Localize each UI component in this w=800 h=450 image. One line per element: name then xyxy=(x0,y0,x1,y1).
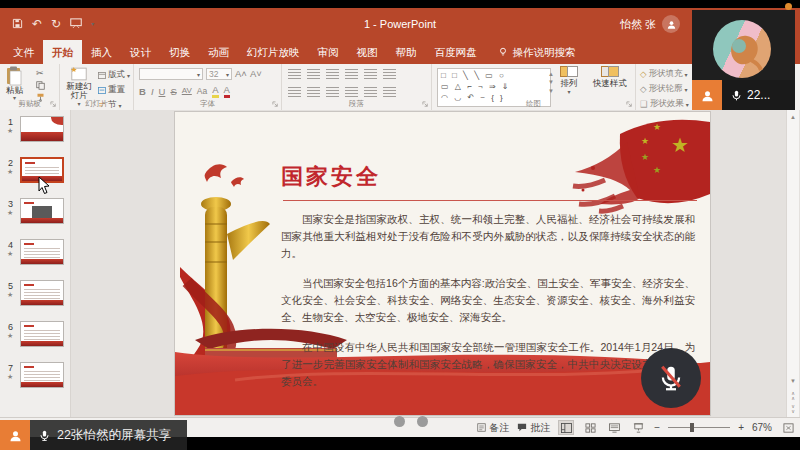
thumbnail-preview[interactable] xyxy=(20,321,64,347)
zoom-percent[interactable]: 67% xyxy=(752,422,772,433)
font-name-combo[interactable]: ▾ xyxy=(139,68,203,80)
tab-文件[interactable]: 文件 xyxy=(4,40,43,64)
underline-button[interactable]: U xyxy=(159,87,166,97)
participant-count[interactable]: 22... xyxy=(747,88,770,102)
align-center-icon[interactable] xyxy=(307,87,320,97)
account-area[interactable]: 怡然 张 xyxy=(620,8,680,40)
webcam-tile[interactable]: 22... xyxy=(692,10,795,110)
shape-effects-button[interactable]: ❑形状效果▾ xyxy=(640,98,689,110)
zoom-in-button[interactable]: + xyxy=(738,422,744,433)
paragraph-dialog-launcher[interactable] xyxy=(422,101,429,108)
bullets-icon[interactable] xyxy=(288,69,301,79)
clipboard-dialog-launcher[interactable] xyxy=(50,101,57,108)
zoom-slider[interactable] xyxy=(668,427,730,428)
quick-styles-button[interactable]: 快速样式 xyxy=(590,66,630,89)
thumbnail-number: 5 xyxy=(8,281,13,291)
shape-gallery-scroll[interactable]: ▲▼▼ xyxy=(548,70,554,95)
mic-muted-button[interactable] xyxy=(641,348,701,408)
shape-fill-button[interactable]: ◇形状填充▾ xyxy=(640,68,689,80)
justify-icon[interactable] xyxy=(345,87,358,97)
slide-body-text[interactable]: 国家安全是指国家政权、主权、统一和领土完整、人民福祉、经济社会可持续发展和国家其… xyxy=(281,211,695,403)
next-slide-button[interactable]: ∨∨ xyxy=(787,404,799,414)
screen-share-indicator[interactable]: 22张怡然的屏幕共享 xyxy=(0,420,187,450)
bold-button[interactable]: B xyxy=(139,87,146,97)
align-right-icon[interactable] xyxy=(326,87,339,97)
vertical-scrollbar[interactable]: ▲ ▼ ∧∧ ∨∨ xyxy=(786,110,799,418)
copy-icon[interactable] xyxy=(36,81,45,90)
slide-thumbnail-7[interactable]: 7★ xyxy=(0,362,70,400)
cut-icon[interactable]: ✂ xyxy=(36,68,45,78)
slide-thumbnail-1[interactable]: 1★ xyxy=(0,116,70,154)
fit-slide-to-window-button[interactable] xyxy=(780,420,796,435)
scroll-down-icon[interactable]: ▼ xyxy=(787,378,799,384)
align-left-icon[interactable] xyxy=(288,87,301,97)
new-slide-icon xyxy=(70,66,88,82)
zoom-out-button[interactable]: − xyxy=(654,422,660,433)
tab-切换[interactable]: 切换 xyxy=(160,40,199,64)
drawing-dialog-launcher[interactable] xyxy=(626,101,633,108)
arrange-button[interactable]: 排列▾ xyxy=(560,66,578,95)
increase-indent-icon[interactable] xyxy=(345,69,358,79)
char-spacing-button[interactable]: AV xyxy=(182,87,192,95)
smartart-convert-icon[interactable] xyxy=(383,87,396,97)
grow-font-button[interactable]: A˄ xyxy=(235,69,247,79)
layout-button[interactable]: 版式▾ xyxy=(98,69,130,81)
font-size-combo[interactable]: 32▾ xyxy=(206,68,232,80)
mic-icon xyxy=(38,429,51,442)
share-participant-button[interactable] xyxy=(0,420,30,450)
tab-视图[interactable]: 视图 xyxy=(348,40,387,64)
numbering-icon[interactable] xyxy=(307,69,320,79)
slide-thumbnail-5[interactable]: 5★ xyxy=(0,280,70,318)
reset-button[interactable]: 重置 xyxy=(98,84,130,96)
comments-toggle[interactable]: 批注 xyxy=(517,421,550,435)
tab-动画[interactable]: 动画 xyxy=(199,40,238,64)
change-case-button[interactable]: Aa xyxy=(197,87,207,96)
line-spacing-icon[interactable] xyxy=(364,69,377,79)
thumbnail-preview[interactable] xyxy=(20,198,64,224)
tell-me-search[interactable]: 操作说明搜索 xyxy=(498,40,576,64)
tab-百度网盘[interactable]: 百度网盘 xyxy=(426,40,486,64)
animation-star-icon: ★ xyxy=(7,373,13,381)
animation-star-icon: ★ xyxy=(7,127,13,135)
slide-canvas[interactable]: ★ ★ ★ ★ ★ xyxy=(175,112,710,415)
tab-帮助[interactable]: 帮助 xyxy=(387,40,426,64)
thumbnail-preview[interactable] xyxy=(20,239,64,265)
slide-thumbnail-4[interactable]: 4★ xyxy=(0,239,70,277)
thumbnail-preview[interactable] xyxy=(20,362,64,388)
zoom-slider-handle[interactable] xyxy=(690,423,694,432)
shape-outline-button[interactable]: ◇形状轮廓▾ xyxy=(640,83,689,95)
tab-设计[interactable]: 设计 xyxy=(121,40,160,64)
mic-icon[interactable] xyxy=(730,89,743,102)
text-direction-icon[interactable] xyxy=(383,69,396,79)
paste-button[interactable]: 粘贴 ▾ xyxy=(6,66,23,102)
scroll-up-icon[interactable]: ▲ xyxy=(787,114,799,120)
thumbnail-preview[interactable] xyxy=(20,116,64,142)
thumbnail-preview[interactable] xyxy=(20,280,64,306)
slide-sorter-view-button[interactable] xyxy=(582,420,598,435)
slideshow-view-button[interactable] xyxy=(630,420,646,435)
participants-button[interactable] xyxy=(692,80,722,110)
italic-button[interactable]: I xyxy=(151,87,154,97)
tab-审阅[interactable]: 审阅 xyxy=(309,40,348,64)
previous-slide-button[interactable]: ∧∧ xyxy=(787,391,799,401)
title-underline xyxy=(283,200,697,201)
font-color-button[interactable]: A xyxy=(224,85,230,98)
reading-view-button[interactable] xyxy=(606,420,622,435)
thumbnail-panel[interactable]: 1★2★3★4★5★6★7★ xyxy=(0,110,71,418)
font-dialog-launcher[interactable] xyxy=(272,101,279,108)
decrease-indent-icon[interactable] xyxy=(326,69,339,79)
strikethrough-button[interactable]: S xyxy=(170,87,176,97)
normal-view-button[interactable] xyxy=(558,420,574,435)
highlight-color-button[interactable]: A xyxy=(212,85,218,98)
tab-开始[interactable]: 开始 xyxy=(43,40,82,64)
font-group-label: 字体 xyxy=(134,99,281,109)
tab-插入[interactable]: 插入 xyxy=(82,40,121,64)
tab-幻灯片放映[interactable]: 幻灯片放映 xyxy=(238,40,309,64)
slide-thumbnail-3[interactable]: 3★ xyxy=(0,198,70,236)
slide-thumbnail-6[interactable]: 6★ xyxy=(0,321,70,359)
slide-title[interactable]: 国家安全 xyxy=(281,162,381,192)
shrink-font-button[interactable]: A˅ xyxy=(250,69,262,79)
columns-icon[interactable] xyxy=(364,87,377,97)
slide-thumbnail-2[interactable]: 2★ xyxy=(0,157,70,195)
notes-toggle[interactable]: 备注 xyxy=(477,421,509,435)
